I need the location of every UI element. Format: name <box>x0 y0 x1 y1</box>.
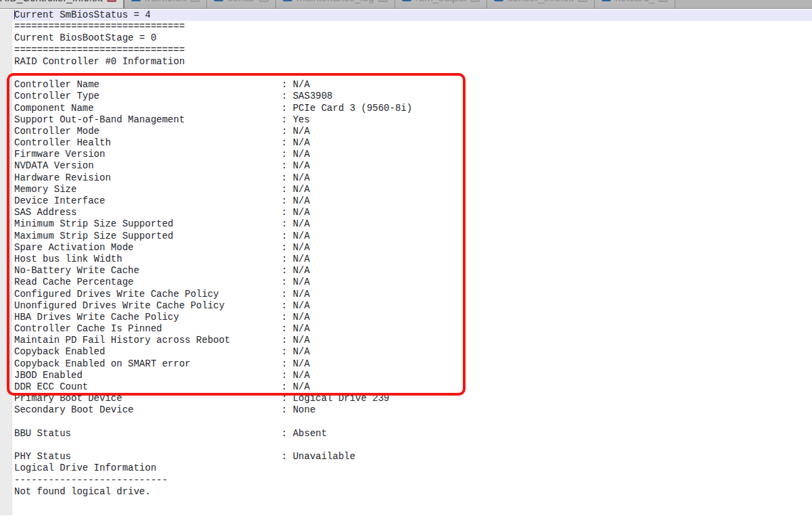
field-value: N/A <box>293 335 310 346</box>
field-value: PCIe Card 3 (9560-8i) <box>293 103 412 114</box>
field-value: N/A <box>293 289 310 300</box>
field-value: N/A <box>293 358 310 369</box>
tab-aid-controller-info-txt[interactable]: AID_Controller_Info.txt✕ <box>0 0 125 8</box>
editor-line[interactable]: ============================== <box>12 21 812 32</box>
field-value: N/A <box>293 300 310 311</box>
editor-line-kv[interactable]: JBOD Enabled : N/A <box>12 370 812 381</box>
editor-line-kv[interactable]: Controller Type : SAS3908 <box>12 91 812 102</box>
editor-line-kv[interactable]: Primary Boot Device : Logical Drive 239 <box>12 393 812 404</box>
close-icon[interactable]: ✕ <box>658 0 668 2</box>
editor-line-kv[interactable]: Controller Health : N/A <box>12 137 812 149</box>
editor-line-kv[interactable]: Minimum Strip Size Supported : N/A <box>12 218 812 230</box>
editor-line[interactable]: Current SmBiosStatus = 4 <box>12 9 812 21</box>
editor-content[interactable]: Current SmBiosStatus = 4================… <box>12 9 812 498</box>
close-icon[interactable]: ✕ <box>378 0 388 2</box>
editor-line[interactable]: --------------------------- <box>12 475 812 486</box>
editor-line-kv[interactable]: No-Battery Write Cache : N/A <box>12 265 812 277</box>
editor-line-kv[interactable]: Host bus link Width : N/A <box>12 254 812 265</box>
editor-line[interactable]: ============================== <box>12 45 812 56</box>
editor-line-kv[interactable]: NVDATA Version : N/A <box>12 160 812 172</box>
field-value: None <box>293 404 316 415</box>
close-icon[interactable]: ✕ <box>107 0 116 2</box>
field-value: N/A <box>293 126 310 137</box>
close-icon[interactable]: ✕ <box>259 0 269 2</box>
editor-line-kv[interactable]: PHY Status : Unavailable <box>12 451 812 463</box>
editor-line-kv[interactable]: HBA Drives Write Cache Policy : N/A <box>12 312 812 323</box>
tab-netcard[interactable]: netcard_✕ <box>595 0 675 8</box>
editor-line-kv[interactable]: Component Name : PCIe Card 3 (9560-8i) <box>12 103 812 114</box>
editor-line-kv[interactable]: Controller Cache Is Pinned : N/A <box>12 323 812 335</box>
field-label: Minimum Strip Size Supported <box>14 218 173 229</box>
editor-line-kv[interactable]: Hardware Revision : N/A <box>12 172 812 184</box>
field-value: SAS3908 <box>293 91 333 101</box>
tab-sensor-info-txt[interactable]: sensor_info.txt✕ <box>487 0 595 8</box>
editor-line-kv[interactable]: Support Out-of-Band Management : Yes <box>12 114 812 126</box>
close-icon[interactable]: ✕ <box>190 0 200 2</box>
editor-line[interactable]: Logical Drive Information <box>12 463 812 474</box>
editor-line[interactable] <box>12 68 812 79</box>
file-icon <box>283 0 292 1</box>
line-text: Current SmBiosStatus = 4 <box>14 9 151 20</box>
field-label: JBOD Enabled <box>14 370 83 381</box>
editor-line-kv[interactable]: Copyback Enabled : N/A <box>12 346 812 358</box>
editor-line-kv[interactable]: Spare Activation Mode : N/A <box>12 242 812 254</box>
field-label: Secondary Boot Device <box>14 404 133 415</box>
tab-sel-tar[interactable]: sel.tar✕ <box>207 0 276 8</box>
editor-line-kv[interactable]: Firmware Version : N/A <box>12 149 812 160</box>
field-label: Copyback Enabled <box>14 346 105 357</box>
field-label: Host bus link Width <box>14 254 122 264</box>
close-icon[interactable]: ✕ <box>470 0 480 2</box>
editor-line[interactable]: RAID Controller #0 Information <box>12 56 812 68</box>
field-label: SAS Address <box>14 207 76 218</box>
tab-label: maintenance_log <box>296 0 374 3</box>
editor-line-kv[interactable]: Copyback Enabled on SMART error : N/A <box>12 358 812 370</box>
field-label: Spare Activation Mode <box>14 242 133 253</box>
tab-label: fruinfo.txt <box>145 0 187 3</box>
editor-line-kv[interactable]: Secondary Boot Device : None <box>12 404 812 416</box>
field-label: Maximum Strip Size Supported <box>14 231 173 241</box>
field-label: Controller Mode <box>14 126 99 137</box>
field-label: Controller Name <box>14 79 99 90</box>
editor-line[interactable]: Current BiosBootStage = 0 <box>12 32 812 44</box>
field-value: Absent <box>293 428 327 439</box>
field-label: Controller Type <box>14 91 99 101</box>
field-value: N/A <box>293 172 310 183</box>
editor-line-kv[interactable]: DDR ECC Count : N/A <box>12 381 812 393</box>
editor-line-kv[interactable]: Read Cache Percentage : N/A <box>12 277 812 288</box>
field-label: PHY Status <box>14 451 71 462</box>
field-value: N/A <box>293 242 310 253</box>
editor-line-kv[interactable]: Unonfigured Drives Write Cache Policy : … <box>12 300 812 312</box>
editor-line-kv[interactable]: SAS Address : N/A <box>12 207 812 218</box>
file-icon <box>131 0 141 1</box>
field-label: Controller Cache Is Pinned <box>14 323 162 334</box>
field-label: Primary Boot Device <box>14 393 122 404</box>
editor-line-kv[interactable]: Maximum Strip Size Supported : N/A <box>12 231 812 242</box>
field-value: N/A <box>293 323 310 334</box>
field-value: N/A <box>293 254 310 264</box>
editor-line-kv[interactable]: Maintain PD Fail History across Reboot :… <box>12 335 812 346</box>
field-label: HBA Drives Write Cache Policy <box>14 312 179 323</box>
field-value: N/A <box>293 149 310 160</box>
field-value: N/A <box>293 265 310 276</box>
tab-label: rdm_output <box>415 0 467 3</box>
tab-maintenance-log[interactable]: maintenance_log✕ <box>276 0 394 8</box>
tab-label: AID_Controller_Info.txt <box>0 0 103 3</box>
field-label: Firmware Version <box>14 149 105 160</box>
editor-line-kv[interactable]: Controller Name : N/A <box>12 79 812 91</box>
editor-line-kv[interactable]: Memory Size : N/A <box>12 184 812 195</box>
field-label: Component Name <box>14 103 94 114</box>
editor-line-kv[interactable]: Configured Drives Write Cache Policy : N… <box>12 289 812 300</box>
field-value: N/A <box>293 370 310 381</box>
editor-line[interactable] <box>12 417 812 428</box>
field-value: Yes <box>293 114 310 125</box>
editor-line-kv[interactable]: Device Interface : N/A <box>12 195 812 207</box>
editor-line[interactable] <box>12 440 812 451</box>
close-icon[interactable]: ✕ <box>578 0 587 2</box>
field-value: N/A <box>293 79 310 90</box>
tab-rdm-output[interactable]: rdm_output✕ <box>395 0 488 8</box>
editor-area[interactable]: Current SmBiosStatus = 4================… <box>0 9 812 520</box>
editor-line-kv[interactable]: Controller Mode : N/A <box>12 126 812 137</box>
tab-fruinfo-txt[interactable]: fruinfo.txt✕ <box>125 0 208 8</box>
editor-line[interactable]: Not found logical drive. <box>12 486 812 498</box>
editor-line-kv[interactable]: BBU Status : Absent <box>12 428 812 440</box>
